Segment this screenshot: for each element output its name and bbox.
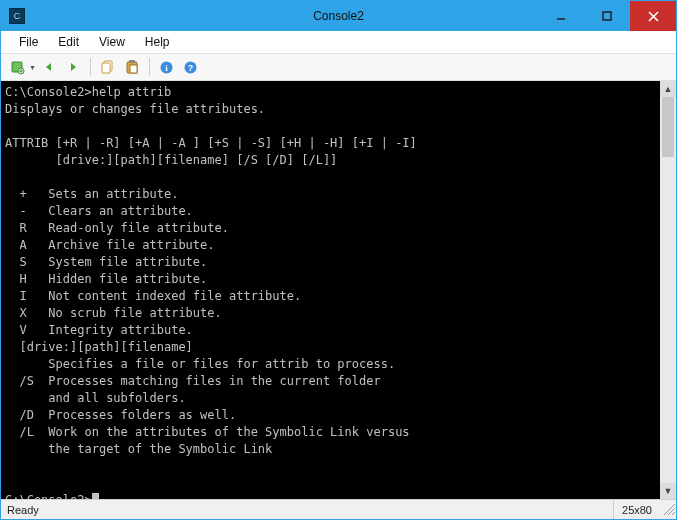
svg-line-19 <box>672 512 675 515</box>
scrollbar-thumb[interactable] <box>662 97 674 157</box>
prompt: C:\Console2> <box>5 85 92 99</box>
output-line: [drive:][path][filename] [/S [/D] [/L]] <box>5 153 337 167</box>
output-line: the target of the Symbolic Link <box>5 442 272 456</box>
output-line: + Sets an attribute. <box>5 187 178 201</box>
svg-line-18 <box>668 508 675 515</box>
about-button[interactable]: i <box>156 56 178 78</box>
cursor <box>92 493 99 499</box>
svg-rect-1 <box>603 12 611 20</box>
next-tab-button[interactable] <box>62 56 84 78</box>
separator <box>149 58 150 76</box>
output-line: [drive:][path][filename] <box>5 340 193 354</box>
scroll-down-button[interactable]: ▼ <box>660 483 676 499</box>
menu-view[interactable]: View <box>89 33 135 51</box>
help-button[interactable]: ? <box>180 56 202 78</box>
output-line: I Not content indexed file attribute. <box>5 289 301 303</box>
output-line: ATTRIB [+R | -R] [+A | -A ] [+S | -S] [+… <box>5 136 417 150</box>
svg-rect-11 <box>129 60 135 63</box>
svg-rect-12 <box>130 65 137 73</box>
window-controls <box>538 1 676 31</box>
output-line: S System file attribute. <box>5 255 207 269</box>
output-line: Displays or changes file attributes. <box>5 102 265 116</box>
console-output[interactable]: C:\Console2>help attrib Displays or chan… <box>1 81 660 499</box>
info-icon: i <box>159 60 174 75</box>
console-area: C:\Console2>help attrib Displays or chan… <box>1 81 676 499</box>
titlebar[interactable]: C Console2 <box>1 1 676 31</box>
close-icon <box>648 11 659 22</box>
prev-tab-icon <box>42 60 56 74</box>
prompt: C:\Console2> <box>5 493 92 499</box>
help-icon: ? <box>183 60 198 75</box>
maximize-icon <box>602 11 612 21</box>
output-line: R Read-only file attribute. <box>5 221 229 235</box>
new-tab-button[interactable] <box>7 56 29 78</box>
paste-button[interactable] <box>121 56 143 78</box>
statusbar: Ready 25x80 <box>1 499 676 519</box>
output-line: X No scrub file attribute. <box>5 306 222 320</box>
output-line: /D Processes folders as well. <box>5 408 236 422</box>
output-line: V Integrity attribute. <box>5 323 193 337</box>
minimize-button[interactable] <box>538 1 584 31</box>
toolbar: ▼ i ? <box>1 54 676 81</box>
user-command: help attrib <box>92 85 171 99</box>
output-line: A Archive file attribute. <box>5 238 215 252</box>
app-icon: C <box>9 8 25 24</box>
new-tab-icon <box>10 59 26 75</box>
menu-help[interactable]: Help <box>135 33 180 51</box>
prev-tab-button[interactable] <box>38 56 60 78</box>
scroll-up-button[interactable]: ▲ <box>660 81 676 97</box>
separator <box>90 58 91 76</box>
copy-icon <box>100 59 116 75</box>
paste-icon <box>124 59 140 75</box>
menu-file[interactable]: File <box>9 33 48 51</box>
output-line: /L Work on the attributes of the Symboli… <box>5 425 410 439</box>
output-line: and all subfolders. <box>5 391 186 405</box>
close-button[interactable] <box>630 1 676 31</box>
output-line: Specifies a file or files for attrib to … <box>5 357 395 371</box>
output-line: /S Processes matching files in the curre… <box>5 374 381 388</box>
vertical-scrollbar[interactable]: ▲ ▼ <box>660 81 676 499</box>
svg-text:?: ? <box>188 63 194 73</box>
menu-edit[interactable]: Edit <box>48 33 89 51</box>
next-tab-icon <box>66 60 80 74</box>
menubar: File Edit View Help <box>1 31 676 54</box>
maximize-button[interactable] <box>584 1 630 31</box>
minimize-icon <box>556 11 566 21</box>
dropdown-arrow-icon[interactable]: ▼ <box>29 64 36 71</box>
status-ready: Ready <box>1 504 613 516</box>
status-dimensions: 25x80 <box>613 500 660 519</box>
resize-grip-icon[interactable] <box>660 500 676 519</box>
svg-rect-9 <box>102 63 110 73</box>
output-line: - Clears an attribute. <box>5 204 193 218</box>
copy-button[interactable] <box>97 56 119 78</box>
output-line: H Hidden file attribute. <box>5 272 207 286</box>
